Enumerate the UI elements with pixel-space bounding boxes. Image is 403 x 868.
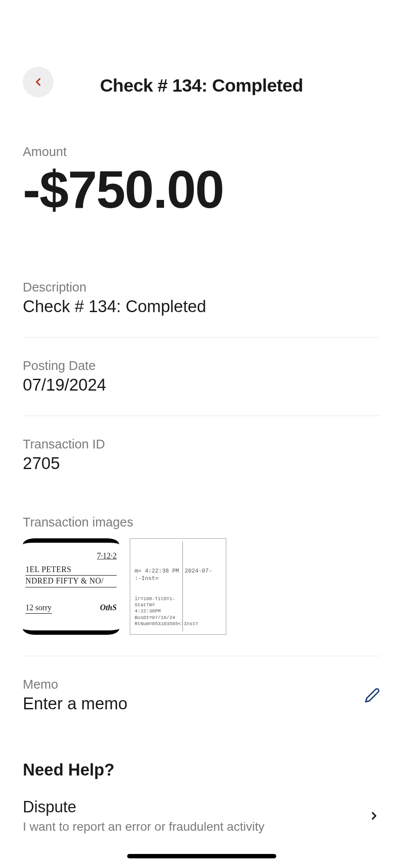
memo-section[interactable]: Memo Enter a memo: [23, 656, 380, 734]
pencil-icon[interactable]: [364, 687, 380, 703]
memo-placeholder: Enter a memo: [23, 694, 128, 713]
transaction-images-section: Transaction images 7·12·2 1EL PETERS NDR…: [23, 494, 380, 656]
transaction-id-value: 2705: [23, 454, 380, 473]
description-label: Description: [23, 280, 380, 295]
description-value: Check # 134: Completed: [23, 297, 380, 316]
chevron-right-icon: [368, 808, 380, 824]
amount-section: Amount -$750.00: [23, 145, 380, 238]
dispute-row[interactable]: Dispute I want to report an error or fra…: [23, 798, 380, 851]
transaction-id-label: Transaction ID: [23, 437, 380, 452]
chevron-left-icon: [32, 74, 44, 90]
back-button[interactable]: [23, 67, 53, 97]
dispute-title: Dispute: [23, 798, 264, 816]
transaction-images-label: Transaction images: [23, 515, 380, 530]
page-title: Check # 134: Completed: [23, 75, 380, 96]
posting-date-value: 07/19/2024: [23, 376, 380, 395]
content: Amount -$750.00 Description Check # 134:…: [0, 105, 403, 851]
need-help-title: Need Help?: [23, 761, 380, 779]
posting-date-section: Posting Date 07/19/2024: [23, 338, 380, 416]
posting-date-label: Posting Date: [23, 359, 380, 373]
memo-label: Memo: [23, 677, 128, 692]
check-back-image[interactable]: m= 4:22:38 PM :-Inst= lr=108-TitD=1-Stat…: [130, 538, 226, 635]
transaction-id-section: Transaction ID 2705: [23, 416, 380, 494]
header: Check # 134: Completed: [0, 0, 403, 105]
home-indicator[interactable]: [127, 854, 276, 858]
check-front-image[interactable]: 7·12·2 1EL PETERS NDRED FIFTY & NO/ 12 s…: [23, 538, 119, 635]
amount-value: -$750.00: [23, 162, 380, 217]
description-section: Description Check # 134: Completed: [23, 259, 380, 338]
amount-label: Amount: [23, 145, 380, 159]
dispute-subtitle: I want to report an error or fraudulent …: [23, 820, 264, 834]
